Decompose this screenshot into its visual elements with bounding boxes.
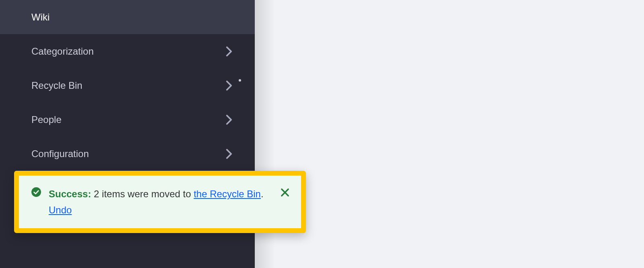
success-toast: Success: 2 items were moved to the Recyc… (14, 171, 306, 233)
undo-link[interactable]: Undo (49, 205, 72, 215)
chevron-right-icon (224, 47, 234, 56)
chevron-right-icon (224, 149, 234, 159)
sidebar-item-categorization[interactable]: Categorization (0, 34, 255, 68)
svg-point-0 (31, 187, 41, 197)
sidebar-item-label: Wiki (31, 12, 234, 23)
toast-text: 2 items were moved to (94, 188, 194, 199)
close-button[interactable] (279, 187, 291, 198)
toast-message: Success: 2 items were moved to the Recyc… (49, 186, 272, 218)
toast-title: Success: (49, 188, 91, 199)
sidebar-item-people[interactable]: People (0, 102, 255, 137)
sidebar-item-recycle-bin[interactable]: Recycle Bin (0, 68, 255, 102)
recycle-bin-link[interactable]: the Recycle Bin (194, 188, 261, 199)
sidebar-item-wiki[interactable]: Wiki (0, 0, 255, 34)
toast-text: . (261, 188, 264, 199)
sidebar-item-label: Recycle Bin (31, 80, 224, 91)
sidebar-item-label: People (31, 114, 224, 125)
check-circle-icon (31, 187, 41, 197)
sidebar-item-configuration[interactable]: Configuration (0, 137, 255, 171)
sidebar-item-label: Configuration (31, 148, 224, 160)
chevron-right-icon (224, 81, 234, 90)
notification-dot-icon (239, 79, 241, 82)
chevron-right-icon (224, 115, 234, 125)
sidebar-item-label: Categorization (31, 46, 224, 57)
